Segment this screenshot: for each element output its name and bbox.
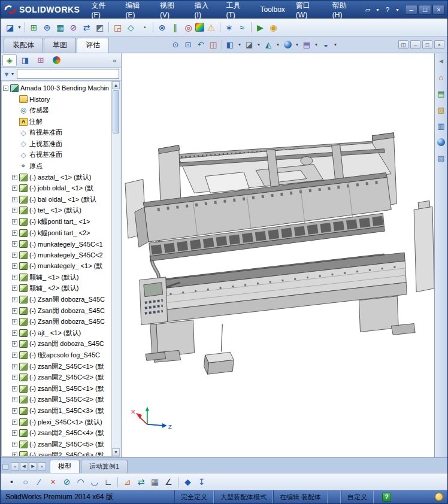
tree-item-label[interactable]: (-) jobb oldal_ <1> (默 — [29, 184, 93, 193]
tree-item[interactable]: History — [2, 94, 111, 105]
simulation-icon[interactable]: ▶ — [254, 21, 267, 34]
dropdown-arrow-icon[interactable]: ▾ — [375, 4, 380, 15]
tree-item-label[interactable]: (-) zsan閞2_S45C<2> (默 — [29, 373, 104, 382]
tree-item[interactable]: (-) Zsan閞 dobozra_S45C — [2, 316, 111, 327]
tree-item-label[interactable]: (-) zsan閞2_S45C<6> (默 — [29, 451, 104, 456]
graphics-area[interactable]: X Z — [122, 53, 434, 457]
expand-icon[interactable] — [12, 408, 17, 414]
tangent-arc-icon[interactable]: ◡ — [88, 476, 101, 488]
tree-item[interactable]: 前视基准面 — [2, 127, 111, 138]
menu-file[interactable]: 文件(F) — [86, 1, 120, 19]
tab-scroll-next-icon[interactable]: ▶ — [29, 462, 37, 470]
linear-component-pattern-icon[interactable]: ▦ — [54, 21, 66, 34]
tree-item[interactable]: (-) zsan閞2_S45C<6> (默 — [2, 450, 111, 456]
menu-edit[interactable]: 编辑(E) — [120, 1, 155, 19]
expand-icon[interactable] — [12, 286, 17, 291]
window-restore-icon[interactable]: □ — [422, 40, 432, 49]
sketch-grid-icon[interactable]: ▦ — [149, 476, 161, 488]
tree-item-label[interactable]: (-) zsan閞2_S45C<1> (默 — [29, 362, 104, 371]
explode-line-sketch-icon[interactable]: ≈ — [236, 21, 249, 34]
tree-item-label[interactable]: 传感器 — [29, 106, 49, 115]
anchor-icon[interactable]: ↧ — [195, 476, 208, 488]
expand-icon[interactable] — [12, 420, 17, 425]
line-tool-icon[interactable]: ∕ — [33, 476, 46, 488]
propertymanager-tab[interactable]: ◨ — [18, 54, 32, 66]
expand-icon[interactable] — [12, 353, 17, 358]
tree-item[interactable]: (-) munkategely_S45C<1 — [2, 238, 111, 250]
displaymanager-tab[interactable] — [49, 54, 63, 66]
expand-icon[interactable] — [12, 330, 17, 336]
apply-scene-icon[interactable]: ▤ — [301, 39, 313, 50]
tree-item-label[interactable]: (-) k鰋ponti tart_ <1> — [29, 217, 90, 226]
expand-icon[interactable] — [12, 430, 17, 436]
tree-item[interactable]: (-) zsan閞2_S45C<4> (默 — [2, 427, 111, 439]
tab-model[interactable]: 模型 — [50, 460, 80, 473]
trim-entities-icon[interactable]: ⊿ — [121, 476, 134, 488]
filter-input[interactable] — [17, 69, 119, 79]
tree-item-label[interactable]: (-) zsan閞1_S45C<1> (默 — [29, 384, 104, 393]
tree-item-label[interactable]: (-) plexi_S45C<1> (默认) — [29, 418, 102, 427]
file-explorer-icon[interactable]: ▨ — [436, 104, 447, 115]
convert-entities-icon[interactable]: ⇄ — [135, 476, 147, 488]
taskpane-collapse-icon[interactable]: ◀ — [436, 56, 447, 66]
show-hidden-components-icon[interactable]: ◩ — [93, 21, 106, 34]
expand-icon[interactable] — [12, 175, 17, 180]
erase-tool-icon[interactable]: × — [47, 476, 59, 488]
tree-item[interactable]: (-) zsan閞2_S45C<1> (默 — [2, 361, 111, 372]
tree-item[interactable]: (-) jobb oldal_ <1> (默 — [2, 183, 111, 194]
zoom-to-fit-icon[interactable]: ⊙ — [170, 39, 181, 50]
appearance-swatch-icon[interactable] — [195, 23, 204, 32]
corner-rectangle-icon[interactable]: ∟ — [102, 476, 114, 488]
expand-icon[interactable] — [12, 442, 17, 447]
tree-item[interactable]: 颗辅_ <1> (默认) — [2, 272, 111, 283]
expand-icon[interactable] — [12, 197, 17, 202]
smart-fasteners-icon[interactable]: ⊘ — [67, 21, 80, 34]
tree-item[interactable]: 颗辅_ <2> (默认) — [2, 283, 111, 294]
tree-root-item[interactable]: Amada 100-3 Bending Machin — [2, 83, 111, 94]
expand-icon[interactable] — [12, 453, 17, 456]
tree-item[interactable]: (-) zsan閞2_S45C<5> (默 — [2, 439, 111, 450]
expand-icon[interactable] — [12, 275, 17, 280]
tab-evaluate[interactable]: 评估 — [77, 38, 109, 53]
tree-item-label[interactable]: (-) zsan閞2_S45C<4> (默 — [29, 429, 104, 438]
angle-dimension-icon[interactable]: ∠ — [162, 476, 175, 488]
tree-item-label[interactable]: (-) zsan閞 dobozra_S45C — [29, 339, 104, 348]
tree-item[interactable]: (-) plexi_S45C<1> (默认) — [2, 417, 111, 428]
tab-scroll-last-icon[interactable]: » — [38, 462, 46, 470]
expand-icon[interactable] — [12, 375, 17, 380]
tree-item[interactable]: (-) ajt_ <1> (默认) — [2, 327, 111, 339]
expand-icon[interactable] — [12, 208, 17, 213]
maximize-button[interactable]: □ — [419, 5, 431, 15]
tree-item-label[interactable]: (-) Zsan閞 dobozra_S45C — [29, 306, 105, 315]
zoom-to-area-icon[interactable]: ⊡ — [183, 39, 194, 50]
tree-item-label[interactable]: History — [29, 96, 50, 103]
dropdown-arrow-icon[interactable]: ▾ — [11, 71, 16, 77]
tree-item[interactable]: (-) tet_ <1> (默认) — [2, 205, 111, 217]
tree-item[interactable]: (-) zsan閞1_S45C<1> (默 — [2, 383, 111, 394]
featuremanager-tree-tab[interactable]: ◈ — [2, 54, 17, 66]
window-minimize-icon[interactable]: – — [410, 40, 420, 49]
dropdown-arrow-icon[interactable]: ▾ — [276, 39, 281, 50]
tree-item[interactable]: 上视基准面 — [2, 138, 111, 150]
tree-item[interactable]: (-) zsan閞1_S45C<3> (默 — [2, 405, 111, 417]
quick-tips-icon[interactable]: ? — [382, 493, 391, 502]
expand-icon[interactable] — [12, 297, 17, 302]
expand-icon[interactable] — [12, 219, 17, 224]
window-split-icon[interactable]: ◫ — [398, 40, 408, 49]
menu-window[interactable]: 窗口(W) — [290, 1, 327, 19]
tree-item-label[interactable]: (-) Zsan閞 dobozra_S45C — [29, 295, 105, 304]
tree-item-label[interactable]: (-) k鰋ponti tart_ <2> — [29, 229, 90, 238]
solidworks-resources-icon[interactable]: ⌂ — [436, 72, 447, 83]
mate-icon[interactable]: ⊕ — [41, 21, 53, 34]
tree-item-label[interactable]: (-) tet_ <1> (默认) — [29, 206, 81, 215]
hole-alignment-icon[interactable]: ◎ — [182, 21, 195, 34]
scroll-thumb[interactable] — [113, 90, 119, 133]
view-orientation-icon[interactable]: ◧ — [225, 39, 236, 50]
foot-pedal[interactable] — [204, 352, 234, 374]
expand-icon[interactable] — [12, 253, 17, 258]
tree-item[interactable]: (-) Zsan閞 dobozra_S45C — [2, 305, 111, 317]
render-tools-icon[interactable]: ◉ — [267, 21, 280, 34]
menu-help[interactable]: 帮助(H) — [327, 1, 362, 19]
tree-item-label[interactable]: (-) asztal_ <1> (默认) — [29, 173, 91, 182]
dropdown-arrow-icon[interactable]: ▾ — [17, 21, 22, 34]
